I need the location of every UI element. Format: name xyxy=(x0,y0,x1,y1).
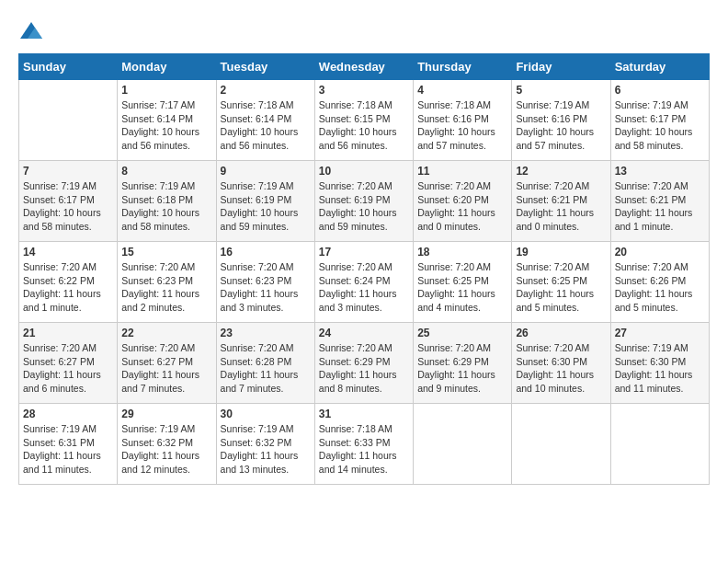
day-info: Sunrise: 7:18 AM Sunset: 6:15 PM Dayligh… xyxy=(319,98,409,153)
day-info: Sunrise: 7:20 AM Sunset: 6:22 PM Dayligh… xyxy=(23,260,113,315)
day-number: 13 xyxy=(615,165,705,178)
logo xyxy=(18,18,48,44)
day-info: Sunrise: 7:20 AM Sunset: 6:20 PM Dayligh… xyxy=(417,179,507,234)
day-info: Sunrise: 7:18 AM Sunset: 6:14 PM Dayligh… xyxy=(221,98,311,153)
day-info: Sunrise: 7:20 AM Sunset: 6:25 PM Dayligh… xyxy=(516,260,606,315)
day-info: Sunrise: 7:18 AM Sunset: 6:16 PM Dayligh… xyxy=(417,98,507,153)
calendar-cell: 4Sunrise: 7:18 AM Sunset: 6:16 PM Daylig… xyxy=(414,80,512,161)
day-number: 2 xyxy=(221,84,311,97)
header-day-sunday: Sunday xyxy=(19,54,118,80)
calendar-cell: 11Sunrise: 7:20 AM Sunset: 6:20 PM Dayli… xyxy=(414,161,512,242)
calendar-header: SundayMondayTuesdayWednesdayThursdayFrid… xyxy=(19,54,710,80)
calendar-cell: 24Sunrise: 7:20 AM Sunset: 6:29 PM Dayli… xyxy=(314,323,413,404)
day-number: 7 xyxy=(23,165,113,178)
day-info: Sunrise: 7:20 AM Sunset: 6:25 PM Dayligh… xyxy=(417,260,507,315)
week-row-4: 21Sunrise: 7:20 AM Sunset: 6:27 PM Dayli… xyxy=(19,323,710,404)
day-info: Sunrise: 7:17 AM Sunset: 6:14 PM Dayligh… xyxy=(121,98,211,153)
day-number: 28 xyxy=(23,408,113,420)
calendar-cell: 20Sunrise: 7:20 AM Sunset: 6:26 PM Dayli… xyxy=(610,242,709,323)
header-row: SundayMondayTuesdayWednesdayThursdayFrid… xyxy=(19,54,710,80)
day-number: 17 xyxy=(319,246,409,259)
calendar-cell: 3Sunrise: 7:18 AM Sunset: 6:15 PM Daylig… xyxy=(314,80,413,161)
calendar-cell: 13Sunrise: 7:20 AM Sunset: 6:21 PM Dayli… xyxy=(610,161,709,242)
calendar-table: SundayMondayTuesdayWednesdayThursdayFrid… xyxy=(18,53,710,485)
day-info: Sunrise: 7:19 AM Sunset: 6:17 PM Dayligh… xyxy=(615,98,705,153)
day-number: 3 xyxy=(319,84,409,97)
header-day-thursday: Thursday xyxy=(414,54,512,80)
day-number: 1 xyxy=(121,84,211,97)
calendar-cell xyxy=(512,404,610,485)
day-info: Sunrise: 7:19 AM Sunset: 6:19 PM Dayligh… xyxy=(221,179,311,234)
header-day-wednesday: Wednesday xyxy=(314,54,413,80)
calendar-cell: 17Sunrise: 7:20 AM Sunset: 6:24 PM Dayli… xyxy=(314,242,413,323)
calendar-cell: 23Sunrise: 7:20 AM Sunset: 6:28 PM Dayli… xyxy=(216,323,314,404)
day-number: 14 xyxy=(23,246,113,259)
day-info: Sunrise: 7:20 AM Sunset: 6:26 PM Dayligh… xyxy=(615,260,705,315)
day-number: 9 xyxy=(221,165,311,178)
week-row-1: 1Sunrise: 7:17 AM Sunset: 6:14 PM Daylig… xyxy=(19,80,710,161)
day-info: Sunrise: 7:20 AM Sunset: 6:30 PM Dayligh… xyxy=(516,341,606,396)
day-info: Sunrise: 7:19 AM Sunset: 6:16 PM Dayligh… xyxy=(516,98,606,153)
day-number: 22 xyxy=(121,327,211,339)
day-number: 31 xyxy=(319,408,409,420)
calendar-cell: 15Sunrise: 7:20 AM Sunset: 6:23 PM Dayli… xyxy=(118,242,216,323)
day-number: 5 xyxy=(516,84,606,97)
day-number: 8 xyxy=(121,165,211,178)
calendar-cell: 21Sunrise: 7:20 AM Sunset: 6:27 PM Dayli… xyxy=(19,323,118,404)
calendar-cell: 31Sunrise: 7:18 AM Sunset: 6:33 PM Dayli… xyxy=(314,404,413,485)
calendar-cell: 27Sunrise: 7:19 AM Sunset: 6:30 PM Dayli… xyxy=(610,323,709,404)
day-number: 11 xyxy=(417,165,507,178)
logo-icon xyxy=(18,18,44,44)
day-number: 16 xyxy=(221,246,311,259)
calendar-cell: 19Sunrise: 7:20 AM Sunset: 6:25 PM Dayli… xyxy=(512,242,610,323)
day-number: 19 xyxy=(516,246,606,259)
day-info: Sunrise: 7:19 AM Sunset: 6:32 PM Dayligh… xyxy=(221,422,311,477)
calendar-cell: 5Sunrise: 7:19 AM Sunset: 6:16 PM Daylig… xyxy=(512,80,610,161)
day-number: 23 xyxy=(221,327,311,339)
day-info: Sunrise: 7:20 AM Sunset: 6:29 PM Dayligh… xyxy=(319,341,409,396)
calendar-cell: 7Sunrise: 7:19 AM Sunset: 6:17 PM Daylig… xyxy=(19,161,118,242)
day-number: 27 xyxy=(615,327,705,339)
calendar-cell: 28Sunrise: 7:19 AM Sunset: 6:31 PM Dayli… xyxy=(19,404,118,485)
day-info: Sunrise: 7:20 AM Sunset: 6:28 PM Dayligh… xyxy=(221,341,311,396)
day-info: Sunrise: 7:19 AM Sunset: 6:17 PM Dayligh… xyxy=(23,179,113,234)
day-number: 15 xyxy=(121,246,211,259)
calendar-cell: 30Sunrise: 7:19 AM Sunset: 6:32 PM Dayli… xyxy=(216,404,314,485)
day-number: 25 xyxy=(417,327,507,339)
day-info: Sunrise: 7:20 AM Sunset: 6:21 PM Dayligh… xyxy=(516,179,606,234)
day-number: 29 xyxy=(121,408,211,420)
week-row-5: 28Sunrise: 7:19 AM Sunset: 6:31 PM Dayli… xyxy=(19,404,710,485)
day-info: Sunrise: 7:19 AM Sunset: 6:18 PM Dayligh… xyxy=(121,179,211,234)
header-day-monday: Monday xyxy=(118,54,216,80)
day-info: Sunrise: 7:19 AM Sunset: 6:30 PM Dayligh… xyxy=(615,341,705,396)
header-day-tuesday: Tuesday xyxy=(216,54,314,80)
day-number: 30 xyxy=(221,408,311,420)
day-number: 4 xyxy=(417,84,507,97)
header-day-friday: Friday xyxy=(512,54,610,80)
calendar-cell xyxy=(610,404,709,485)
calendar-cell: 16Sunrise: 7:20 AM Sunset: 6:23 PM Dayli… xyxy=(216,242,314,323)
day-info: Sunrise: 7:20 AM Sunset: 6:23 PM Dayligh… xyxy=(221,260,311,315)
day-info: Sunrise: 7:20 AM Sunset: 6:29 PM Dayligh… xyxy=(417,341,507,396)
day-info: Sunrise: 7:20 AM Sunset: 6:27 PM Dayligh… xyxy=(23,341,113,396)
day-info: Sunrise: 7:18 AM Sunset: 6:33 PM Dayligh… xyxy=(319,422,409,477)
calendar-cell: 12Sunrise: 7:20 AM Sunset: 6:21 PM Dayli… xyxy=(512,161,610,242)
day-info: Sunrise: 7:19 AM Sunset: 6:31 PM Dayligh… xyxy=(23,422,113,477)
day-info: Sunrise: 7:20 AM Sunset: 6:23 PM Dayligh… xyxy=(121,260,211,315)
calendar-cell: 9Sunrise: 7:19 AM Sunset: 6:19 PM Daylig… xyxy=(216,161,314,242)
calendar-cell: 1Sunrise: 7:17 AM Sunset: 6:14 PM Daylig… xyxy=(118,80,216,161)
calendar-cell: 2Sunrise: 7:18 AM Sunset: 6:14 PM Daylig… xyxy=(216,80,314,161)
day-number: 12 xyxy=(516,165,606,178)
calendar-cell: 26Sunrise: 7:20 AM Sunset: 6:30 PM Dayli… xyxy=(512,323,610,404)
calendar-cell: 22Sunrise: 7:20 AM Sunset: 6:27 PM Dayli… xyxy=(118,323,216,404)
day-number: 20 xyxy=(615,246,705,259)
day-number: 10 xyxy=(319,165,409,178)
day-info: Sunrise: 7:19 AM Sunset: 6:32 PM Dayligh… xyxy=(121,422,211,477)
calendar-cell: 8Sunrise: 7:19 AM Sunset: 6:18 PM Daylig… xyxy=(118,161,216,242)
day-info: Sunrise: 7:20 AM Sunset: 6:24 PM Dayligh… xyxy=(319,260,409,315)
week-row-3: 14Sunrise: 7:20 AM Sunset: 6:22 PM Dayli… xyxy=(19,242,710,323)
calendar-cell: 29Sunrise: 7:19 AM Sunset: 6:32 PM Dayli… xyxy=(118,404,216,485)
calendar-cell: 25Sunrise: 7:20 AM Sunset: 6:29 PM Dayli… xyxy=(414,323,512,404)
day-info: Sunrise: 7:20 AM Sunset: 6:27 PM Dayligh… xyxy=(121,341,211,396)
day-number: 26 xyxy=(516,327,606,339)
